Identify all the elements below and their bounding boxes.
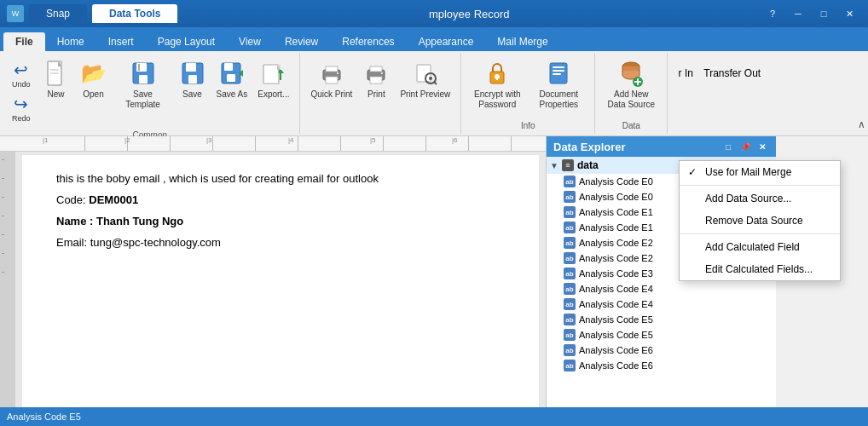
print-group-label [304,128,457,134]
list-item[interactable]: ab Analysis Code E4 [547,281,776,296]
question-button[interactable]: ? [761,2,784,26]
tab-page-layout[interactable]: Page Layout [146,32,227,51]
tab-view[interactable]: View [227,32,273,51]
snap-tab[interactable]: Snap [29,4,87,23]
svg-rect-13 [224,63,233,71]
de-item-icon: ab [564,360,576,371]
open-button[interactable]: 📂 Open [75,56,113,103]
tab-file[interactable]: File [3,32,45,51]
de-pin-button[interactable]: 📌 [738,140,752,153]
title-bar: W Snap Data Tools mployee Record ? ─ □ ✕ [0,0,868,27]
data-explorer-panel: Data Explorer □ 📌 ✕ ▼ ≡ data ab Analysis… [546,136,776,423]
list-item[interactable]: ab Analysis Code E6 [547,343,776,358]
signin-group-label [671,128,851,134]
quick-print-button[interactable]: Quick Print [305,56,357,103]
de-item-icon: ab [564,222,576,233]
save-as-button[interactable]: Save As [211,56,253,103]
cm-use-mail-merge[interactable]: Use for Mail Merge [680,161,840,183]
doc-line4: Email: tung@spc-technology.com [56,236,505,249]
cm-remove-data-source[interactable]: Remove Data Source [680,210,840,232]
encrypt-icon [483,60,511,87]
de-restore-button[interactable]: □ [721,140,735,153]
svg-marker-19 [279,70,284,73]
data-explorer-title: Data Explorer [553,141,626,153]
print-button[interactable]: Print [357,56,395,103]
svg-rect-10 [186,63,196,72]
new-button[interactable]: New [38,56,75,103]
de-root-icon: ≡ [562,159,574,171]
encrypt-label: Encrypt with Password [472,89,523,110]
cm-edit-calc-fields[interactable]: Edit Calculated Fields... [680,258,840,280]
status-analysis-code: Analysis Code E5 [7,412,81,422]
data-explorer-header-buttons: □ 📌 ✕ [721,140,769,153]
svg-rect-16 [263,65,279,83]
svg-rect-39 [553,73,561,75]
cm-remove-data-source-label: Remove Data Source [705,215,803,227]
svg-rect-35 [496,77,498,80]
export-button[interactable]: Export... [252,56,294,103]
de-expand-icon: ▼ [550,161,558,170]
doc-properties-icon [545,60,572,87]
save-template-icon [130,60,157,87]
ribbon-group-data-items: Add New Data Source [599,53,663,118]
cm-add-calc-field-label: Add Calculated Field [705,241,800,253]
ribbon-group-common-items: ↩ Undo ↪ Redo New 📂 Open [3,53,296,128]
list-item[interactable]: ab Analysis Code E5 [547,327,776,343]
redo-label: Redo [12,114,31,123]
maximize-button[interactable]: □ [812,2,836,26]
encrypt-button[interactable]: Encrypt with Password [466,56,528,113]
de-item-icon: ab [564,252,576,264]
de-item-icon: ab [564,283,576,295]
svg-rect-24 [337,72,339,74]
svg-rect-14 [227,74,235,82]
svg-rect-20 [280,73,281,80]
doc-properties-button[interactable]: Document Properties [528,56,589,113]
save-template-button[interactable]: Save Template [113,56,174,113]
doc-line2: Code: DEM0001 [56,193,505,206]
cm-add-data-source[interactable]: Add Data Source... [680,187,840,210]
list-item[interactable]: ab Analysis Code E6 [547,358,776,373]
tab-mail-merge[interactable]: Mail Merge [485,32,559,51]
minimize-button[interactable]: ─ [786,2,810,26]
tab-references[interactable]: References [330,32,406,51]
ribbon-collapse-button[interactable]: ∧ [854,118,868,134]
cm-add-data-source-label: Add Data Source... [705,193,791,204]
tab-home[interactable]: Home [45,32,96,51]
de-item-label: Analysis Code E5 [579,330,653,340]
de-item-label: Analysis Code E0 [579,192,653,202]
de-item-label: Analysis Code E4 [579,299,653,309]
add-data-source-button[interactable]: Add New Data Source [600,56,662,113]
ruler-inner: |1 |2 |3 |4 |5 |6 [43,136,546,151]
tab-appearance[interactable]: Appearance [407,32,486,51]
save-icon [179,60,206,87]
list-item[interactable]: ab Analysis Code E4 [547,296,776,312]
tab-insert[interactable]: Insert [96,32,146,51]
signin-button[interactable]: r In [673,56,698,90]
doc-code-label: Code: [56,193,89,206]
de-item-icon: ab [564,329,576,341]
tab-review[interactable]: Review [273,32,330,51]
list-item[interactable]: ab Analysis Code E5 [547,312,776,327]
document-content[interactable]: this is the boby email , which is used f… [22,155,539,419]
print-preview-button[interactable]: Print Preview [395,56,455,103]
doc-code-value: DEM0001 [89,193,138,206]
transfer-out-button[interactable]: Transfer Out [698,56,766,90]
redo-button[interactable]: ↪ Redo [9,92,34,124]
cm-edit-calc-fields-label: Edit Calculated Fields... [705,263,813,275]
de-item-label: Analysis Code E6 [579,345,653,355]
cm-add-calc-field[interactable]: Add Calculated Field [680,236,840,258]
print-icon [362,60,390,87]
ribbon-group-data: Add New Data Source Data [595,53,668,134]
de-item-label: Analysis Code E1 [579,207,653,217]
save-button[interactable]: Save [174,56,211,103]
info-group-label: Info [465,118,591,134]
doc-properties-label: Document Properties [533,89,584,110]
close-button[interactable]: ✕ [837,2,861,26]
doc-line3: Name : Thanh Tung Ngo [56,215,505,227]
transfer-out-icon: Transfer Out [703,60,761,87]
data-tools-tab[interactable]: Data Tools [92,4,177,23]
undo-button[interactable]: ↩ Undo [9,58,34,90]
de-close-button[interactable]: ✕ [755,140,769,153]
document-text: this is the boby email , which is used f… [56,172,505,249]
export-icon [260,60,287,87]
